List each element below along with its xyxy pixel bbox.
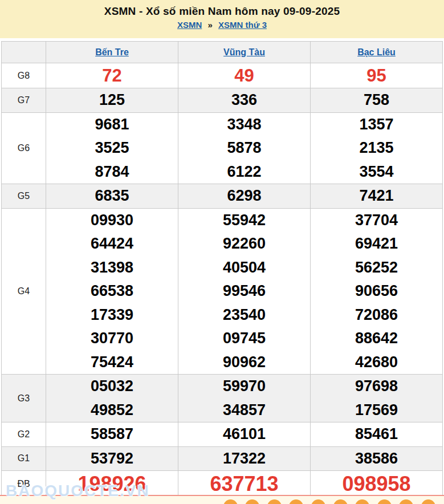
prize-label: G4: [2, 208, 46, 375]
lotto-ball: [267, 499, 282, 504]
province-link-2[interactable]: Bạc Liêu: [357, 47, 396, 57]
prize-number: 49852: [46, 399, 178, 422]
prize-number: 69421: [311, 232, 442, 256]
prize-number: 3525: [46, 136, 178, 160]
breadcrumb-separator: »: [207, 20, 212, 30]
prize-number: 64424: [46, 232, 178, 256]
prize-cell: 85461: [311, 422, 443, 447]
prize-number: 53792: [46, 447, 178, 471]
table-row: G5683562987421: [2, 184, 443, 209]
prize-cell: 334858786122: [178, 112, 311, 184]
province-header: Bến Tre: [46, 42, 178, 63]
table-row: G2585874610185461: [2, 422, 443, 447]
prize-number: 66538: [46, 279, 178, 303]
prize-number: 098958: [311, 471, 442, 497]
prize-number: 8784: [46, 160, 178, 184]
prize-number: 6122: [178, 160, 310, 184]
prize-number: 05032: [46, 375, 178, 399]
prize-number: 88642: [311, 327, 442, 351]
prize-number: 6298: [178, 184, 310, 208]
prize-cell: 098958: [311, 471, 443, 497]
table-row: G1537921732238586: [2, 446, 443, 471]
prize-number: 23540: [178, 303, 310, 327]
prize-label: G5: [2, 184, 46, 209]
prize-cell: 95: [311, 63, 443, 88]
breadcrumb-link-xsmn[interactable]: XSMN: [177, 20, 202, 30]
lottery-results-page: XSMN - Xổ số miền Nam hôm nay 09-09-2025…: [0, 0, 444, 504]
table-row: G8724995: [2, 63, 443, 88]
prize-number: 72: [46, 63, 178, 88]
lotto-ball: [289, 499, 303, 504]
province-header: Bạc Liêu: [311, 42, 443, 63]
page-header: XSMN - Xổ số miền Nam hôm nay 09-09-2025…: [0, 0, 444, 38]
prize-cell: 38586: [311, 446, 443, 471]
prize-number: 90656: [311, 279, 442, 303]
table-row: G409930644243139866538173393077075424559…: [2, 208, 443, 375]
table-row: G3050324985259970348579769817569: [2, 375, 443, 422]
lotto-ball: [399, 499, 413, 504]
prize-cell: 46101: [178, 422, 311, 447]
lotto-ball: [245, 499, 259, 504]
corner-cell: [2, 42, 46, 63]
prize-number: 7421: [311, 184, 442, 208]
results-table-head: Bến TreVũng TàuBạc Liêu: [2, 42, 443, 63]
prize-number: 9681: [46, 113, 178, 137]
lotto-ball: [223, 499, 238, 504]
page-title: XSMN - Xổ số miền Nam hôm nay 09-09-2025: [0, 5, 444, 18]
breadcrumb-link-xsmn-thu-3[interactable]: XSMN thứ 3: [218, 20, 267, 30]
prize-number: 1357: [311, 113, 442, 137]
prize-cell: 09930644243139866538173393077075424: [46, 208, 178, 375]
prize-number: 125: [46, 88, 178, 112]
prize-label: ĐB: [2, 471, 46, 497]
prize-number: 49: [178, 63, 310, 88]
prize-cell: 5997034857: [178, 375, 311, 422]
prize-number: 42680: [311, 351, 442, 375]
prize-number: 17339: [46, 303, 178, 327]
lotto-ball: [333, 499, 348, 504]
prize-number: 34857: [178, 399, 310, 422]
prize-number: 5878: [178, 136, 310, 160]
prize-number: 85461: [311, 422, 442, 446]
prize-cell: 135721353554: [311, 112, 443, 184]
prize-number: 30770: [46, 327, 178, 351]
lotto-ball: [377, 499, 392, 504]
prize-cell: 637713: [178, 471, 311, 497]
prize-cell: 6835: [46, 184, 178, 209]
prize-number: 56252: [311, 256, 442, 280]
results-table: Bến TreVũng TàuBạc Liêu G8724995G7125336…: [1, 41, 443, 497]
lotto-ball: [311, 499, 325, 504]
prize-number: 198926: [46, 471, 178, 497]
prize-number: 92260: [178, 232, 310, 256]
prize-number: 2135: [311, 136, 442, 160]
province-link-0[interactable]: Bến Tre: [95, 47, 129, 57]
prize-number: 95: [311, 63, 442, 88]
prize-number: 6835: [46, 184, 178, 208]
province-header-row: Bến TreVũng TàuBạc Liêu: [2, 42, 443, 63]
prize-cell: 758: [311, 88, 443, 113]
prize-label: G3: [2, 375, 46, 422]
results-table-body: G8724995G7125336758G69681352587843348587…: [2, 63, 443, 497]
prize-number: 38586: [311, 447, 442, 471]
prize-number: 09745: [178, 327, 310, 351]
table-row: G7125336758: [2, 88, 443, 113]
prize-number: 31398: [46, 256, 178, 280]
prize-number: 37704: [311, 209, 442, 233]
prize-label: G8: [2, 63, 46, 88]
prize-number: 758: [311, 88, 442, 112]
prize-number: 59970: [178, 375, 310, 399]
prize-cell: 968135258784: [46, 112, 178, 184]
prize-cell: 72: [46, 63, 178, 88]
lotto-ball-strip: [0, 495, 444, 504]
prize-cell: 58587: [46, 422, 178, 447]
province-header: Vũng Tàu: [178, 42, 311, 63]
prize-number: 99546: [178, 279, 310, 303]
prize-cell: 336: [178, 88, 311, 113]
prize-number: 336: [178, 88, 310, 112]
prize-cell: 6298: [178, 184, 311, 209]
prize-cell: 125: [46, 88, 178, 113]
breadcrumb: XSMN » XSMN thứ 3: [0, 20, 444, 30]
prize-label: G7: [2, 88, 46, 113]
lotto-ball: [355, 499, 369, 504]
prize-cell: 55942922604050499546235400974590962: [178, 208, 311, 375]
province-link-1[interactable]: Vũng Tàu: [223, 47, 265, 57]
